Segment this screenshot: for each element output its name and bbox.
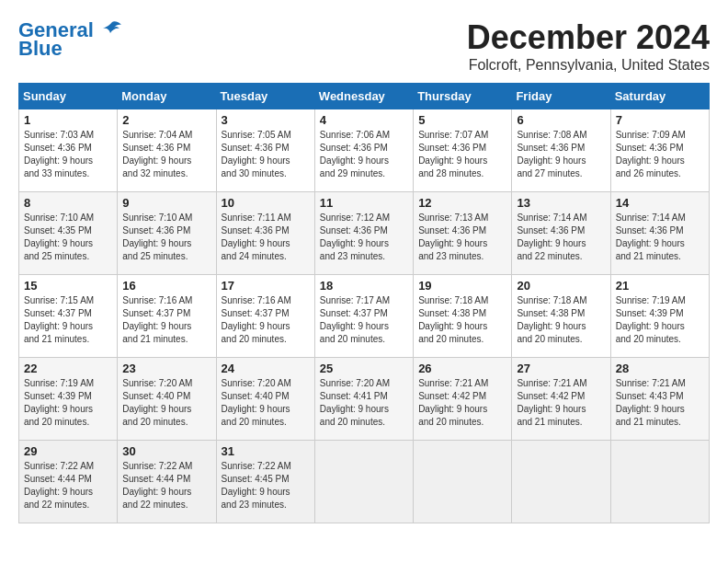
day-info: Sunrise: 7:20 AM Sunset: 4:40 PM Dayligh… (222, 377, 310, 429)
day-info: Sunrise: 7:22 AM Sunset: 4:44 PM Dayligh… (122, 460, 210, 511)
day-number: 1 (24, 113, 112, 127)
day-info: Sunrise: 7:14 AM Sunset: 4:36 PM Dayligh… (517, 212, 605, 263)
column-header-tuesday: Tuesday (216, 84, 314, 109)
calendar-cell: 7Sunrise: 7:09 AM Sunset: 4:36 PM Daylig… (610, 109, 709, 192)
calendar-cell: 16Sunrise: 7:16 AM Sunset: 4:37 PM Dayli… (118, 275, 216, 358)
day-number: 14 (616, 196, 704, 210)
day-info: Sunrise: 7:16 AM Sunset: 4:37 PM Dayligh… (122, 294, 210, 346)
calendar-cell: 5Sunrise: 7:07 AM Sunset: 4:36 PM Daylig… (414, 109, 512, 192)
logo: General Blue (18, 18, 123, 61)
calendar-cell: 17Sunrise: 7:16 AM Sunset: 4:37 PM Dayli… (216, 275, 314, 358)
day-info: Sunrise: 7:18 AM Sunset: 4:38 PM Dayligh… (418, 294, 506, 346)
day-info: Sunrise: 7:20 AM Sunset: 4:40 PM Dayligh… (122, 377, 210, 429)
title-block: December 2024 Folcroft, Pennsylvania, Un… (467, 18, 710, 74)
calendar-cell: 28Sunrise: 7:21 AM Sunset: 4:43 PM Dayli… (610, 358, 709, 441)
day-number: 9 (122, 196, 210, 210)
day-info: Sunrise: 7:11 AM Sunset: 4:36 PM Dayligh… (222, 212, 310, 263)
day-info: Sunrise: 7:22 AM Sunset: 4:44 PM Dayligh… (24, 460, 112, 511)
day-info: Sunrise: 7:03 AM Sunset: 4:36 PM Dayligh… (24, 129, 112, 180)
calendar-cell: 15Sunrise: 7:15 AM Sunset: 4:37 PM Dayli… (19, 275, 118, 358)
calendar-cell: 8Sunrise: 7:10 AM Sunset: 4:35 PM Daylig… (19, 192, 118, 275)
day-number: 19 (418, 279, 506, 293)
day-number: 12 (418, 196, 506, 210)
day-info: Sunrise: 7:13 AM Sunset: 4:36 PM Dayligh… (418, 212, 506, 263)
day-info: Sunrise: 7:08 AM Sunset: 4:36 PM Dayligh… (517, 129, 605, 180)
day-info: Sunrise: 7:10 AM Sunset: 4:36 PM Dayligh… (122, 212, 210, 263)
logo-bird-icon (94, 20, 123, 40)
calendar-header-row: SundayMondayTuesdayWednesdayThursdayFrid… (19, 84, 710, 109)
day-number: 10 (222, 196, 310, 210)
calendar-cell (314, 441, 413, 523)
day-info: Sunrise: 7:14 AM Sunset: 4:36 PM Dayligh… (616, 212, 704, 263)
day-info: Sunrise: 7:21 AM Sunset: 4:42 PM Dayligh… (418, 377, 506, 429)
calendar-cell: 3Sunrise: 7:05 AM Sunset: 4:36 PM Daylig… (216, 109, 314, 192)
day-number: 23 (122, 362, 210, 375)
day-number: 30 (122, 444, 210, 458)
column-header-thursday: Thursday (414, 84, 512, 109)
calendar-cell: 13Sunrise: 7:14 AM Sunset: 4:36 PM Dayli… (512, 192, 610, 275)
calendar-cell: 18Sunrise: 7:17 AM Sunset: 4:37 PM Dayli… (314, 275, 413, 358)
day-number: 15 (24, 279, 112, 293)
calendar-cell: 6Sunrise: 7:08 AM Sunset: 4:36 PM Daylig… (512, 109, 610, 192)
day-number: 8 (24, 196, 112, 210)
day-number: 4 (320, 113, 408, 127)
day-info: Sunrise: 7:05 AM Sunset: 4:36 PM Dayligh… (222, 129, 310, 180)
day-number: 13 (517, 196, 605, 210)
calendar-cell: 26Sunrise: 7:21 AM Sunset: 4:42 PM Dayli… (414, 358, 512, 441)
calendar-cell: 22Sunrise: 7:19 AM Sunset: 4:39 PM Dayli… (19, 358, 118, 441)
calendar-cell (610, 441, 709, 523)
day-info: Sunrise: 7:20 AM Sunset: 4:41 PM Dayligh… (320, 377, 408, 429)
calendar-title: December 2024 (467, 18, 710, 57)
calendar-cell: 19Sunrise: 7:18 AM Sunset: 4:38 PM Dayli… (414, 275, 512, 358)
day-number: 3 (222, 113, 310, 127)
day-info: Sunrise: 7:19 AM Sunset: 4:39 PM Dayligh… (24, 377, 112, 429)
day-info: Sunrise: 7:22 AM Sunset: 4:45 PM Dayligh… (222, 460, 310, 511)
day-info: Sunrise: 7:17 AM Sunset: 4:37 PM Dayligh… (320, 294, 408, 346)
day-number: 26 (418, 362, 506, 375)
day-number: 28 (616, 362, 704, 375)
day-number: 6 (517, 113, 605, 127)
calendar-cell: 25Sunrise: 7:20 AM Sunset: 4:41 PM Dayli… (314, 358, 413, 441)
day-info: Sunrise: 7:07 AM Sunset: 4:36 PM Dayligh… (418, 129, 506, 180)
column-header-wednesday: Wednesday (314, 84, 413, 109)
page-header: General Blue December 2024 Folcroft, Pen… (18, 18, 710, 74)
calendar-cell: 29Sunrise: 7:22 AM Sunset: 4:44 PM Dayli… (19, 441, 118, 523)
calendar-cell: 2Sunrise: 7:04 AM Sunset: 4:36 PM Daylig… (118, 109, 216, 192)
calendar-cell: 21Sunrise: 7:19 AM Sunset: 4:39 PM Dayli… (610, 275, 709, 358)
day-number: 29 (24, 444, 112, 458)
day-info: Sunrise: 7:18 AM Sunset: 4:38 PM Dayligh… (517, 294, 605, 346)
day-number: 16 (122, 279, 210, 293)
day-number: 21 (616, 279, 704, 293)
day-number: 31 (222, 444, 310, 458)
column-header-monday: Monday (118, 84, 216, 109)
calendar-cell: 14Sunrise: 7:14 AM Sunset: 4:36 PM Dayli… (610, 192, 709, 275)
column-header-friday: Friday (512, 84, 610, 109)
column-header-saturday: Saturday (610, 84, 709, 109)
day-number: 2 (122, 113, 210, 127)
day-info: Sunrise: 7:09 AM Sunset: 4:36 PM Dayligh… (616, 129, 704, 180)
day-info: Sunrise: 7:10 AM Sunset: 4:35 PM Dayligh… (24, 212, 112, 263)
calendar-table: SundayMondayTuesdayWednesdayThursdayFrid… (18, 83, 710, 523)
day-number: 18 (320, 279, 408, 293)
calendar-cell (512, 441, 610, 523)
calendar-cell (414, 441, 512, 523)
day-number: 7 (616, 113, 704, 127)
day-info: Sunrise: 7:06 AM Sunset: 4:36 PM Dayligh… (320, 129, 408, 180)
calendar-cell: 31Sunrise: 7:22 AM Sunset: 4:45 PM Dayli… (216, 441, 314, 523)
calendar-cell: 27Sunrise: 7:21 AM Sunset: 4:42 PM Dayli… (512, 358, 610, 441)
calendar-cell: 24Sunrise: 7:20 AM Sunset: 4:40 PM Dayli… (216, 358, 314, 441)
day-info: Sunrise: 7:15 AM Sunset: 4:37 PM Dayligh… (24, 294, 112, 346)
calendar-cell: 11Sunrise: 7:12 AM Sunset: 4:36 PM Dayli… (314, 192, 413, 275)
calendar-cell: 12Sunrise: 7:13 AM Sunset: 4:36 PM Dayli… (414, 192, 512, 275)
day-number: 17 (222, 279, 310, 293)
column-header-sunday: Sunday (19, 84, 118, 109)
day-number: 5 (418, 113, 506, 127)
day-info: Sunrise: 7:21 AM Sunset: 4:43 PM Dayligh… (616, 377, 704, 429)
calendar-cell: 10Sunrise: 7:11 AM Sunset: 4:36 PM Dayli… (216, 192, 314, 275)
calendar-cell: 23Sunrise: 7:20 AM Sunset: 4:40 PM Dayli… (118, 358, 216, 441)
day-info: Sunrise: 7:12 AM Sunset: 4:36 PM Dayligh… (320, 212, 408, 263)
calendar-cell: 1Sunrise: 7:03 AM Sunset: 4:36 PM Daylig… (19, 109, 118, 192)
day-info: Sunrise: 7:04 AM Sunset: 4:36 PM Dayligh… (122, 129, 210, 180)
calendar-cell: 4Sunrise: 7:06 AM Sunset: 4:36 PM Daylig… (314, 109, 413, 192)
calendar-cell: 20Sunrise: 7:18 AM Sunset: 4:38 PM Dayli… (512, 275, 610, 358)
